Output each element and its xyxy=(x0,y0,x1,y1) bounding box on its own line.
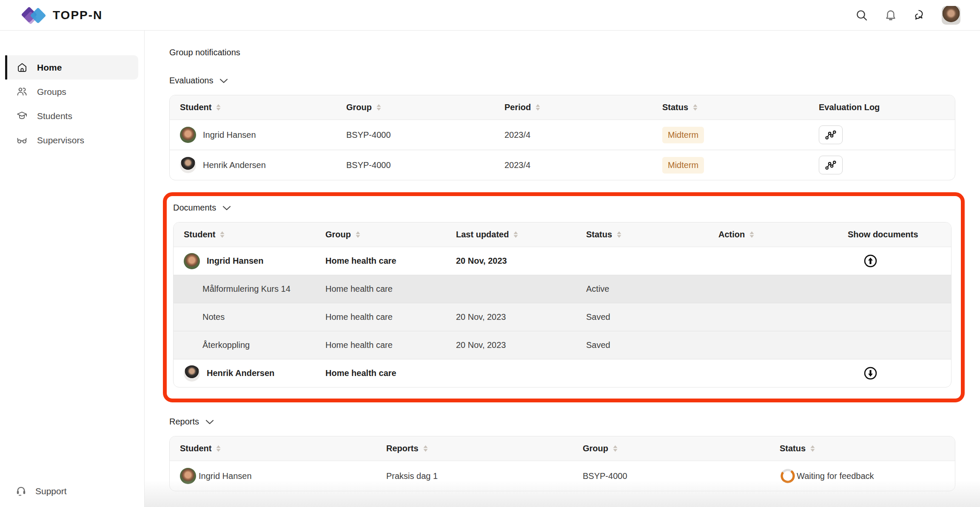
column-header-period[interactable]: Period xyxy=(494,95,652,120)
sidebar-item-home[interactable]: Home xyxy=(5,55,138,80)
avatar xyxy=(180,127,196,143)
table-row: Ingrid Hansen Home health care 20 Nov, 2… xyxy=(174,247,951,275)
column-header-action[interactable]: Action xyxy=(708,222,838,247)
action-cell xyxy=(708,359,838,387)
column-header-status[interactable]: Status xyxy=(576,222,708,247)
sort-icon xyxy=(616,231,622,238)
arrow-down-circle-icon xyxy=(864,367,877,380)
user-avatar[interactable] xyxy=(942,6,960,25)
reports-table: Student Reports Group Status xyxy=(169,436,955,491)
column-header-reports[interactable]: Reports xyxy=(376,436,573,461)
last-updated-cell: 20 Nov, 2023 xyxy=(446,247,576,275)
sidebar-item-label: Home xyxy=(37,63,62,73)
show-documents-cell xyxy=(838,359,951,387)
spinner-icon xyxy=(780,468,796,484)
bell-icon[interactable] xyxy=(884,9,897,22)
document-name-cell: Notes xyxy=(174,303,315,331)
column-header-show-documents: Show documents xyxy=(838,222,951,247)
sort-icon xyxy=(216,445,221,452)
table-row: Ingrid Hansen BSYP-4000 2023/4 Midterm xyxy=(170,120,955,150)
documents-section-header: Documents xyxy=(173,203,952,213)
action-cell xyxy=(708,303,838,331)
brand-name: TOPP-N xyxy=(53,9,103,22)
column-header-group[interactable]: Group xyxy=(336,95,494,120)
sidebar-item-label: Supervisors xyxy=(37,135,84,145)
app-window: TOPP-N xyxy=(0,0,980,507)
column-header-group[interactable]: Group xyxy=(315,222,446,247)
documents-table-body: Ingrid Hansen Home health care 20 Nov, 2… xyxy=(174,247,951,387)
column-header-last-updated[interactable]: Last updated xyxy=(446,222,576,247)
search-icon[interactable] xyxy=(855,9,869,22)
sort-icon xyxy=(513,231,518,238)
sidebar-support[interactable]: Support xyxy=(15,485,67,497)
chevron-down-icon[interactable] xyxy=(219,78,228,84)
evaluations-title: Evaluations xyxy=(169,76,213,85)
sort-icon xyxy=(535,104,541,111)
show-documents-cell xyxy=(838,275,951,303)
status-cell: Waiting for feedback xyxy=(769,461,955,491)
avatar xyxy=(180,157,196,173)
sort-icon xyxy=(692,104,698,111)
chat-icon[interactable] xyxy=(913,9,926,22)
sidebar-item-label: Groups xyxy=(37,87,66,97)
sort-icon xyxy=(612,445,618,452)
evaluation-log-icon xyxy=(825,160,836,170)
sort-icon xyxy=(216,104,221,111)
report-status: Waiting for feedback xyxy=(780,468,874,484)
period-cell: 2023/4 xyxy=(494,150,652,180)
column-header-student[interactable]: Student xyxy=(170,436,376,461)
show-documents-cell xyxy=(838,247,951,275)
sidebar-item-label: Students xyxy=(37,111,72,121)
page-title: Group notifications xyxy=(169,48,955,57)
documents-table: Student Group Last updated Status xyxy=(173,222,952,387)
collapse-documents-button[interactable] xyxy=(864,254,877,268)
column-header-status[interactable]: Status xyxy=(652,95,809,120)
evaluations-table-header: Student Group Period Status Evaluation L… xyxy=(170,95,955,120)
documents-highlight-box: Documents Student Group Last u xyxy=(163,192,965,402)
document-row: Målformulering Kurs 14 Home health care … xyxy=(174,275,951,303)
group-cell: Home health care xyxy=(315,331,446,359)
sort-icon xyxy=(376,104,382,111)
chevron-down-icon[interactable] xyxy=(222,205,231,211)
supervisors-icon xyxy=(16,134,28,146)
evaluation-log-icon xyxy=(825,130,836,140)
last-updated-cell: 20 Nov, 2023 xyxy=(446,331,576,359)
document-name-cell: Återkoppling xyxy=(174,331,315,359)
column-header-student[interactable]: Student xyxy=(170,95,336,120)
sort-icon xyxy=(749,231,755,238)
table-row: Henrik Andersen Home health care xyxy=(174,359,951,387)
sidebar-item-groups[interactable]: Groups xyxy=(5,80,138,104)
top-bar: TOPP-N xyxy=(0,0,980,31)
column-header-group[interactable]: Group xyxy=(573,436,769,461)
group-cell: Home health care xyxy=(315,247,446,275)
evaluation-log-button[interactable] xyxy=(819,156,843,174)
column-header-evaluation-log: Evaluation Log xyxy=(809,95,955,120)
evaluation-log-cell xyxy=(809,150,955,180)
headset-icon xyxy=(15,485,27,497)
brand-logo-icon xyxy=(20,5,48,26)
avatar xyxy=(184,365,200,382)
column-header-status[interactable]: Status xyxy=(769,436,955,461)
chevron-down-icon[interactable] xyxy=(205,419,214,425)
status-cell: Saved xyxy=(576,331,708,359)
status-cell: Active xyxy=(576,275,708,303)
column-header-student[interactable]: Student xyxy=(174,222,315,247)
show-documents-cell xyxy=(838,331,951,359)
topbar-actions xyxy=(855,6,960,25)
sidebar-nav: Home Groups xyxy=(0,31,144,152)
sort-icon xyxy=(423,445,428,452)
action-cell xyxy=(708,331,838,359)
expand-documents-button[interactable] xyxy=(864,367,877,380)
sidebar-item-supervisors[interactable]: Supervisors xyxy=(5,128,138,152)
students-icon xyxy=(16,110,28,122)
sort-icon xyxy=(810,445,815,452)
last-updated-cell xyxy=(446,359,576,387)
sidebar-item-students[interactable]: Students xyxy=(5,104,138,128)
group-cell: BSYP-4000 xyxy=(573,461,769,491)
evaluations-table: Student Group Period Status Evaluation L… xyxy=(169,95,955,180)
evaluation-log-button[interactable] xyxy=(819,125,843,144)
sort-icon xyxy=(219,231,225,238)
show-documents-cell xyxy=(838,303,951,331)
reports-table-header: Student Reports Group Status xyxy=(170,436,955,461)
group-cell: Home health care xyxy=(315,275,446,303)
